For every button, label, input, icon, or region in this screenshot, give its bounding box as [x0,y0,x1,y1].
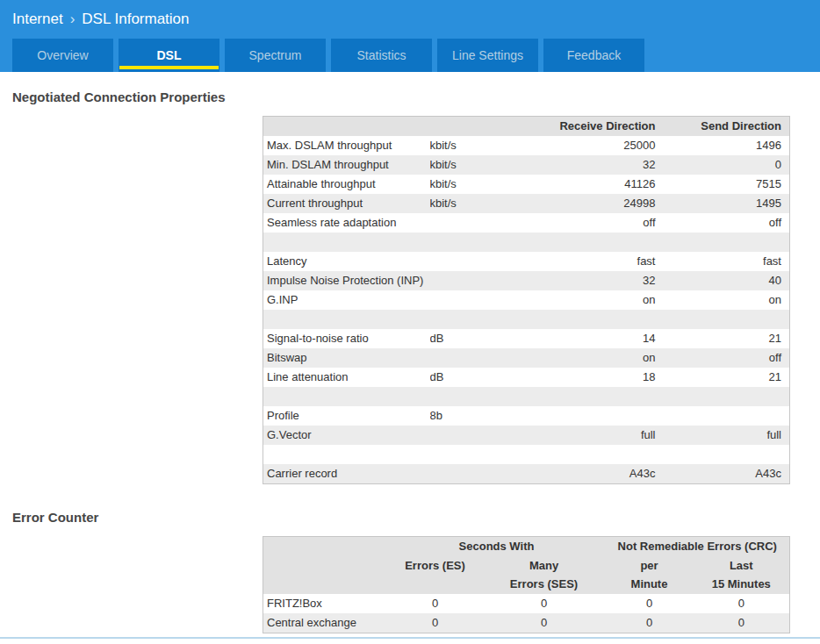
cell-receive: 14 [527,329,663,348]
cell-label: Min. DSLAM throughput [263,155,430,175]
cell-unit [430,445,527,464]
cell-receive: 24998 [527,194,663,213]
column-header [263,537,388,557]
cell-receive: full [527,426,663,445]
tab-label: Statistics [356,48,406,62]
cell-receive: 18 [527,368,663,387]
cell-es: 0 [388,613,483,633]
column-header [430,117,527,137]
cell-send: off [663,213,790,233]
column-header-per-minute: per Minute [606,556,694,594]
table-row: Line attenuation dB 18 21 [263,368,790,387]
table-header-row: Receive Direction Send Direction [263,117,790,137]
cell-unit: kbit/s [430,136,527,155]
chevron-right-icon: › [70,11,76,28]
cell-send: on [663,290,790,310]
table-row: Profile 8b [263,406,790,426]
cell-send [663,406,790,426]
cell-unit [430,252,527,271]
cell-label: Profile [263,406,430,426]
cell-label: Signal-to-noise ratio [263,329,430,348]
cell-label [263,310,430,329]
cell-send: 21 [663,329,790,348]
cell-receive: 32 [527,155,663,175]
table-row: G.Vector full full [263,426,790,445]
column-header-send: Send Direction [663,117,790,137]
cell-receive: fast [527,252,663,271]
cell-unit: kbit/s [430,155,527,175]
cell-unit [430,426,527,445]
cell-unit: dB [430,329,527,348]
cell-receive [527,310,663,329]
cell-send: 21 [663,368,790,387]
table-row: Attainable throughput kbit/s 41126 7515 [263,175,790,194]
cell-label: Current throughput [263,194,430,213]
table-row: Min. DSLAM throughput kbit/s 32 0 [263,155,790,175]
cell-send: full [663,426,790,445]
cell-unit [430,464,527,484]
cell-unit: 8b [430,406,527,426]
tab-overview[interactable]: Overview [12,39,113,72]
cell-crc-15min: 0 [694,613,790,633]
section-title-errors: Error Counter [0,511,820,525]
top-bar: Internet › DSL Information [0,0,820,39]
cell-unit [430,271,527,290]
table-row: G.INP on on [263,290,790,310]
tab-line-settings[interactable]: Line Settings [437,39,538,72]
bottom-divider [0,637,820,639]
table-row: Central exchange 0 0 0 0 [263,613,790,633]
cell-crc-minute: 0 [606,613,694,633]
table-row: Seamless rate adaptation off off [263,213,790,233]
table-row-spacer [263,233,790,252]
error-counter-table: Seconds With Not Remediable Errors (CRC)… [263,536,790,633]
cell-send: 1496 [663,136,790,155]
breadcrumb: Internet › DSL Information [12,11,190,28]
breadcrumb-internet[interactable]: Internet [12,11,63,28]
table-group-header-row: Seconds With Not Remediable Errors (CRC) [263,537,790,557]
table-row: Carrier record A43c A43c [263,464,790,484]
table-row: Bitswap on off [263,348,790,368]
table-row-spacer [263,387,790,406]
cell-unit: dB [430,368,527,387]
cell-send [663,233,790,252]
table-row-spacer [263,445,790,464]
cell-send [663,387,790,406]
tab-feedback[interactable]: Feedback [543,39,644,72]
cell-ses: 0 [483,594,606,613]
tab-label: Spectrum [249,48,302,62]
cell-receive [527,445,663,464]
cell-send: 40 [663,271,790,290]
table-row: Current throughput kbit/s 24998 1495 [263,194,790,213]
cell-label: Bitswap [263,348,430,368]
cell-crc-15min: 0 [694,594,790,613]
tab-label: DSL [157,48,182,62]
column-header-receive: Receive Direction [527,117,663,137]
column-header [263,117,430,137]
cell-unit [430,213,527,233]
cell-es: 0 [388,594,483,613]
cell-send [663,310,790,329]
cell-send: off [663,348,790,368]
tab-spectrum[interactable]: Spectrum [225,39,326,72]
table-row: Latency fast fast [263,252,790,271]
breadcrumb-page-title: DSL Information [82,11,189,28]
cell-unit [430,387,527,406]
cell-send: 7515 [663,175,790,194]
cell-receive: 25000 [527,136,663,155]
cell-label [263,445,430,464]
column-header-ses: Many Errors (SES) [483,556,606,594]
cell-send: 1495 [663,194,790,213]
group-header-crc: Not Remediable Errors (CRC) [606,537,790,557]
column-header [263,556,388,594]
cell-label: G.INP [263,290,430,310]
tab-statistics[interactable]: Statistics [331,39,432,72]
cell-ses: 0 [483,613,606,633]
tab-dsl[interactable]: DSL [119,39,219,72]
tab-label: Overview [37,48,88,62]
cell-send: A43c [663,464,790,484]
cell-receive: on [527,348,663,368]
cell-label: Latency [263,252,430,271]
table-row: FRITZ!Box 0 0 0 0 [263,594,790,613]
cell-receive: 32 [527,271,663,290]
cell-device: FRITZ!Box [263,594,388,613]
